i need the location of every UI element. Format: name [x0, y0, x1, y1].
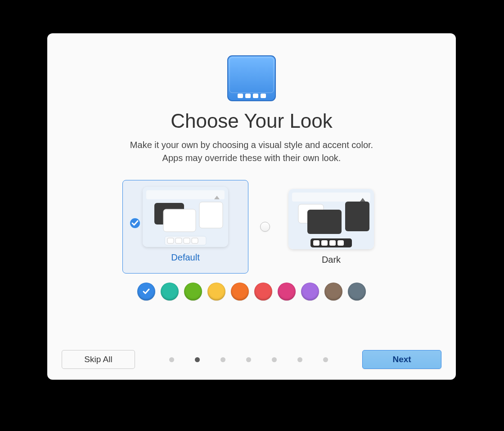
subtitle-line-2: Apps may override these with their own l… — [162, 153, 341, 163]
pager-dot[interactable] — [246, 357, 251, 362]
theme-preview-dark — [288, 189, 374, 249]
svg-rect-15 — [176, 238, 182, 243]
onboarding-dialog: Choose Your Look Make it your own by cho… — [47, 33, 456, 380]
accent-swatch-mint[interactable] — [161, 283, 179, 301]
svg-rect-4 — [253, 94, 258, 98]
checkmark-icon — [129, 217, 141, 229]
prefer-system-theme-radio[interactable] — [260, 222, 270, 232]
svg-rect-2 — [238, 94, 243, 98]
accent-swatch-pink[interactable] — [278, 283, 296, 301]
checkmark-icon — [142, 287, 151, 296]
svg-rect-8 — [146, 190, 225, 199]
accent-swatch-red[interactable] — [254, 283, 272, 301]
next-button[interactable]: Next — [362, 350, 441, 369]
page-subtitle: Make it your own by choosing a visual st… — [130, 139, 373, 165]
svg-rect-27 — [329, 240, 336, 246]
svg-rect-19 — [292, 193, 370, 202]
accent-swatch-blue[interactable] — [137, 283, 155, 301]
accent-swatch-yellow[interactable] — [207, 283, 225, 301]
svg-rect-14 — [167, 238, 174, 243]
theme-option-dark[interactable]: Dark — [282, 189, 381, 265]
accent-swatch-orange[interactable] — [231, 283, 249, 301]
accent-swatch-brown[interactable] — [324, 283, 342, 301]
pager-dot[interactable] — [169, 357, 174, 362]
theme-options: Default Dark — [122, 180, 381, 274]
svg-rect-11 — [163, 209, 196, 232]
skip-all-button[interactable]: Skip All — [62, 350, 135, 369]
svg-rect-17 — [192, 238, 198, 243]
footer: Skip All Next — [62, 350, 441, 369]
svg-rect-23 — [345, 202, 369, 231]
svg-rect-3 — [245, 94, 251, 98]
theme-option-label: Dark — [322, 255, 341, 265]
accent-swatch-slate[interactable] — [348, 283, 366, 301]
page-title: Choose Your Look — [171, 110, 333, 132]
svg-rect-0 — [228, 56, 275, 101]
pager-dot[interactable] — [297, 357, 302, 362]
pager-dot[interactable] — [323, 357, 328, 362]
svg-rect-28 — [338, 240, 344, 246]
pager-dot[interactable] — [220, 357, 225, 362]
accent-swatch-purple[interactable] — [301, 283, 319, 301]
theme-option-label: Default — [171, 252, 199, 263]
theme-option-default[interactable]: Default — [122, 180, 248, 274]
svg-rect-25 — [313, 240, 320, 246]
subtitle-line-1: Make it your own by choosing a visual st… — [130, 140, 373, 150]
svg-rect-5 — [261, 94, 266, 98]
accent-color-picker — [137, 283, 366, 301]
pager-dot[interactable] — [195, 357, 200, 362]
theme-preview-default — [143, 187, 228, 247]
desktop-appearance-icon — [225, 52, 278, 105]
svg-rect-12 — [199, 202, 223, 228]
svg-rect-26 — [321, 240, 328, 246]
svg-rect-16 — [184, 238, 190, 243]
pager — [135, 357, 362, 362]
svg-rect-22 — [307, 210, 342, 234]
accent-swatch-green[interactable] — [184, 283, 202, 301]
pager-dot[interactable] — [272, 357, 277, 362]
